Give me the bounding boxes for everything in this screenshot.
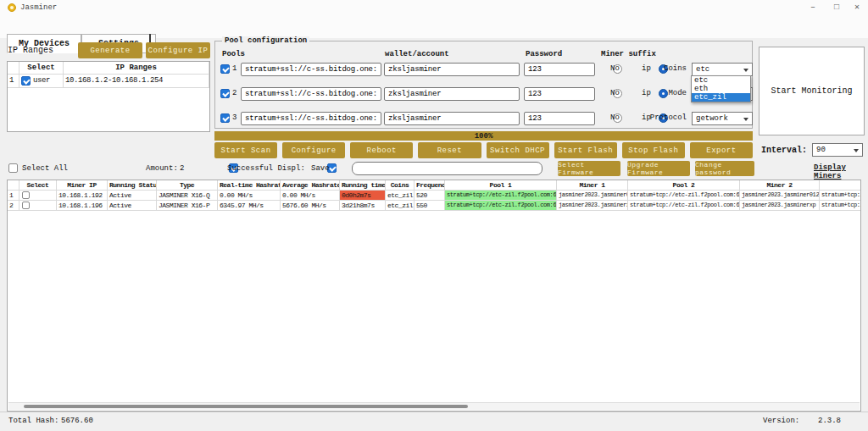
row1-pool1: stratum+tcp://etc-zil.f2pool.com:6200 (445, 191, 557, 201)
miner-suffix-header: Miner suffix (601, 50, 656, 58)
maximize-button[interactable]: □ (827, 1, 846, 14)
header-average-hashrate: Average Hashrate (281, 180, 340, 191)
stop-flash-button[interactable]: Stop Flash (622, 142, 685, 158)
start-flash-button[interactable]: Start Flash (554, 142, 617, 158)
pool-configuration-group: Pool configuration Pools wallet/account … (214, 41, 753, 129)
amount-value: 2 (180, 164, 184, 173)
ip-header-select: Select (19, 62, 64, 75)
header-running-time: Running time (340, 180, 386, 191)
select-firmware-button[interactable]: Select Firmware (558, 161, 620, 176)
switch-dhcp-button[interactable]: Switch DHCP (487, 142, 549, 158)
mode-label: Mode (639, 89, 687, 97)
row2-miner-ip: 10.168.1.196 (57, 201, 108, 211)
protocol-select-value: getwork (696, 114, 728, 123)
pool3-password-input[interactable] (524, 112, 595, 125)
row1-average: 0.00 MH/s (281, 191, 340, 201)
change-password-button[interactable]: Change password (695, 161, 754, 176)
row1-realtime: 0.00 MH/s (218, 191, 281, 201)
coins-label: Coins (639, 64, 687, 73)
coins-select[interactable]: etc (692, 63, 753, 76)
chevron-down-icon (743, 69, 748, 72)
coins-select-value: etc (696, 65, 709, 74)
row2-average: 5676.60 MH/s (281, 201, 340, 211)
start-scan-button[interactable]: Start Scan (214, 142, 277, 158)
action-buttons-row: Start Scan Configure Reboot Reset Switch… (214, 142, 753, 158)
configure-button[interactable]: Configure (282, 142, 345, 158)
coins-option-etc-zil[interactable]: etc_zil (692, 93, 750, 102)
pool2-number: 2 (232, 89, 236, 97)
pool2-wallet-input[interactable] (384, 87, 520, 101)
upgrade-firmware-button[interactable]: Upgrade Firmware (627, 161, 690, 176)
horizontal-scrollbar[interactable] (8, 402, 860, 410)
successful-display-label: Successful Displ: (227, 164, 305, 173)
total-hash-label: Total Hash: (8, 417, 58, 425)
close-button[interactable]: ✕ (848, 1, 866, 14)
row2-runtime: 3d21h8m7s (340, 201, 386, 211)
header-miner-ip: Miner IP (57, 180, 108, 191)
pool2-enabled-checkbox[interactable] (220, 89, 230, 98)
pool2-url-input[interactable] (241, 87, 381, 101)
header-running-status: Running Status (108, 180, 157, 191)
row1-status: Active (108, 191, 157, 201)
coins-option-eth[interactable]: eth (692, 85, 750, 93)
row1-miner-ip: 10.168.1.192 (57, 191, 108, 201)
horizontal-scrollbar-thumb[interactable] (24, 405, 468, 408)
row1-number: 1 (8, 191, 19, 201)
export-button[interactable]: Export (690, 142, 753, 158)
select-all-checkbox[interactable] (8, 163, 18, 173)
protocol-select[interactable]: getwork (692, 112, 753, 125)
tab-bar: My Devices Settings (0, 15, 868, 38)
pool3-url-input[interactable] (241, 112, 381, 125)
pool1-wallet-input[interactable] (384, 63, 520, 76)
reboot-button[interactable]: Reboot (350, 142, 413, 158)
header-coins: Coins (386, 180, 415, 191)
wallet-header: wallet/account (385, 50, 449, 58)
chevron-down-icon (743, 118, 748, 121)
header-pool-2: Pool 2 (628, 180, 740, 191)
pool3-number: 3 (232, 113, 236, 122)
pool3-enabled-checkbox[interactable] (220, 113, 230, 123)
version-label: Version: (763, 417, 799, 425)
ip-ranges-panel: Select IP Ranges 1 user 10.168.1.2-10.16… (7, 61, 210, 132)
row1-select-checkbox[interactable] (22, 191, 30, 199)
interval-select-value: 90 (816, 146, 826, 154)
configure-ip-button[interactable]: Configure IP (146, 42, 210, 58)
miner-row-2: 2 10.168.1.196 Active JASMINER X16-P 634… (8, 201, 861, 211)
ip-range-value: 10.168.1.2-10.168.1.254 (64, 75, 209, 88)
coins-option-etc[interactable]: etc (692, 76, 750, 85)
firmware-path-input[interactable] (352, 162, 542, 175)
row1-pool3: stratum+tcp://etc-zil.f2p (820, 191, 861, 201)
pool1-url-input[interactable] (241, 63, 381, 76)
header-frequency: Frequency (415, 180, 445, 191)
start-monitoring-label: Start Monitoring (771, 86, 852, 96)
pool1-enabled-checkbox[interactable] (220, 64, 230, 74)
row2-pool3: stratum+tcp://etc-zil.f2p (820, 201, 861, 211)
ip-range-checkbox[interactable] (21, 76, 31, 86)
ip-range-row: 1 user 10.168.1.2-10.168.1.254 (8, 75, 209, 88)
title-bar: Jasminer – □ ✕ (0, 0, 868, 15)
select-all-label: Select All (22, 164, 68, 173)
scan-progress-bar: 100% (214, 131, 753, 141)
reset-button[interactable]: Reset (418, 142, 481, 158)
pool2-password-input[interactable] (524, 87, 595, 101)
row1-frequency: 520 (415, 191, 445, 201)
status-bar: Total Hash: 5676.60 Version: 2.3.8 (0, 412, 868, 431)
display-miners-link[interactable]: Display Miners (814, 163, 868, 180)
interval-select[interactable]: 90 (812, 143, 863, 157)
pool3-wallet-input[interactable] (384, 112, 520, 125)
start-monitoring-button[interactable]: Start Monitoring (759, 47, 865, 135)
ip-ranges-label: IP Ranges (8, 46, 53, 55)
generate-button[interactable]: Generate (78, 42, 142, 58)
pool-configuration-legend: Pool configuration (222, 36, 309, 45)
pool1-password-input[interactable] (524, 63, 595, 76)
row2-pool1: stratum+tcp://etc-zil.f2pool.com:6200 (445, 201, 557, 211)
pool3-suffix-no-label: No (610, 113, 620, 122)
row2-realtime: 6345.97 MH/s (218, 201, 281, 211)
pool1-number: 1 (232, 64, 236, 73)
row2-select-checkbox[interactable] (22, 202, 30, 209)
version-value: 2.3.8 (818, 417, 841, 425)
miner-row-1: 1 10.168.1.192 Active JASMINER X16-Q 0.0… (8, 191, 861, 201)
amount-label: Amount: (146, 164, 178, 173)
window-title: Jasminer (20, 3, 57, 12)
minimize-button[interactable]: – (804, 1, 822, 14)
